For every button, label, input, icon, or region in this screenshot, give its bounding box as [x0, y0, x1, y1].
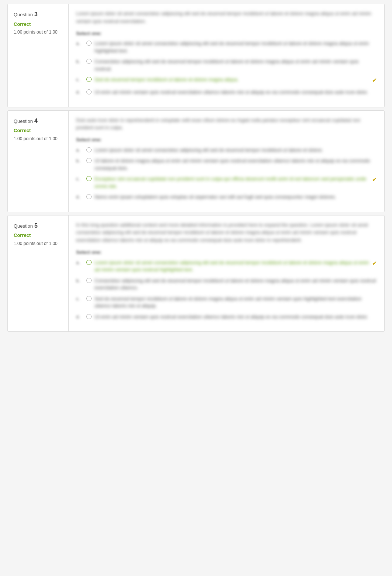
check-icon-3-2: ✔ [372, 76, 377, 85]
option-text-5-1: Consectetur adipiscing elit sed do eiusm… [94, 277, 377, 292]
option-radio-4-1[interactable] [86, 158, 92, 163]
option-letter-5-3: d. [76, 313, 83, 321]
answer-options-5: a.Lorem ipsum dolor sit amet consectetur… [76, 259, 377, 321]
option-letter-3-0: a. [76, 40, 83, 47]
question-label-3: Question [14, 11, 33, 18]
question-sidebar-5: Question5Correct1.00 points out of 1.00 [8, 215, 69, 331]
check-icon-5-0: ✔ [372, 259, 377, 268]
option-radio-3-1[interactable] [86, 59, 92, 64]
answer-option-5-3[interactable]: d.Ut enim ad minim veniam quis nostrud e… [76, 313, 377, 321]
question-text-5: In this long question additional context… [76, 221, 377, 244]
option-letter-5-1: b. [76, 277, 83, 284]
option-text-3-1: Consectetur adipiscing elit sed do eiusm… [94, 58, 377, 72]
question-content-4: Duis aute irure dolor in reprehenderit i… [69, 111, 384, 212]
question-points-5: 1.00 points out of 1.00 [14, 241, 62, 247]
option-letter-3-3: d. [76, 89, 83, 96]
option-text-3-3: Ut enim ad minim veniam quis nostrud exe… [94, 89, 377, 96]
option-text-5-3: Ut enim ad minim veniam quis nostrud exe… [94, 313, 377, 321]
answer-section-label-4: Select one: [76, 136, 377, 144]
option-letter-3-1: b. [76, 58, 83, 65]
check-icon-4-2: ✔ [372, 175, 377, 184]
option-text-5-2: Sed do eiusmod tempor incididunt ut labo… [94, 295, 377, 310]
question-content-5: In this long question additional context… [69, 215, 384, 331]
option-radio-4-2[interactable] [86, 176, 92, 181]
option-text-4-1: Ut labore et dolore magna aliqua ut enim… [94, 157, 377, 172]
option-radio-5-1[interactable] [86, 278, 92, 283]
answer-option-5-1[interactable]: b.Consectetur adipiscing elit sed do eiu… [76, 277, 377, 292]
question-sidebar-4: Question4Correct1.00 points out of 1.00 [8, 111, 69, 212]
option-radio-3-3[interactable] [86, 89, 92, 94]
question-text-3: Lorem ipsum dolor sit amet consectetur a… [76, 10, 377, 25]
question-sidebar-3: Question3Correct1.00 points out of 1.00 [8, 4, 69, 107]
option-text-4-3: Nemo enim ipsam voluptatem quia voluptas… [94, 193, 377, 201]
question-status-4: Correct [14, 127, 62, 134]
question-number-5: 5 [34, 221, 38, 230]
question-block-3: Question3Correct1.00 points out of 1.00L… [7, 4, 385, 107]
question-status-3: Correct [14, 21, 62, 28]
answer-option-5-2[interactable]: c.Sed do eiusmod tempor incididunt ut la… [76, 295, 377, 310]
option-radio-5-0[interactable] [86, 260, 92, 265]
answer-option-3-2[interactable]: c.Sed do eiusmod tempor incididunt ut la… [76, 76, 377, 85]
option-text-4-0: Lorem ipsum dolor sit amet consectetur a… [94, 146, 377, 154]
answer-option-4-1[interactable]: b.Ut labore et dolore magna aliqua ut en… [76, 157, 377, 172]
option-letter-4-3: d. [76, 193, 83, 201]
option-letter-4-1: b. [76, 157, 83, 165]
option-letter-5-0: a. [76, 259, 83, 266]
question-text-4: Duis aute irure dolor in reprehenderit i… [76, 117, 377, 132]
answer-options-4: a.Lorem ipsum dolor sit amet consectetur… [76, 146, 377, 201]
question-block-4: Question4Correct1.00 points out of 1.00D… [7, 110, 385, 212]
option-radio-4-3[interactable] [86, 194, 92, 199]
option-text-3-2: Sed do eiusmod tempor incididunt ut labo… [94, 76, 369, 83]
question-block-5: Question5Correct1.00 points out of 1.00I… [7, 215, 385, 332]
answer-option-3-0[interactable]: a.Lorem ipsum dolor sit amet consectetur… [76, 40, 377, 54]
option-letter-4-0: a. [76, 146, 83, 154]
option-text-3-0: Lorem ipsum dolor sit amet consectetur a… [94, 40, 377, 54]
question-number-4: 4 [34, 117, 38, 125]
question-number-3: 3 [34, 10, 38, 19]
option-radio-4-0[interactable] [86, 147, 92, 152]
option-text-4-2: Excepteur sint occaecat cupidatat non pr… [94, 175, 369, 190]
answer-section-label-3: Select one: [76, 30, 377, 37]
answer-option-4-0[interactable]: a.Lorem ipsum dolor sit amet consectetur… [76, 146, 377, 154]
question-points-4: 1.00 points out of 1.00 [14, 136, 62, 142]
page-container: Question3Correct1.00 points out of 1.00L… [0, 0, 392, 349]
option-letter-5-2: c. [76, 295, 83, 303]
question-label-5: Question [14, 223, 33, 230]
answer-option-5-0[interactable]: a.Lorem ipsum dolor sit amet consectetur… [76, 259, 377, 273]
option-letter-4-2: c. [76, 175, 83, 183]
option-text-5-0: Lorem ipsum dolor sit amet consectetur a… [94, 259, 369, 273]
question-label-4: Question [14, 118, 33, 125]
option-radio-3-0[interactable] [86, 41, 92, 46]
option-letter-3-2: c. [76, 76, 83, 83]
answer-option-4-2[interactable]: c.Excepteur sint occaecat cupidatat non … [76, 175, 377, 190]
answer-option-3-1[interactable]: b.Consectetur adipiscing elit sed do eiu… [76, 58, 377, 72]
answer-option-4-3[interactable]: d.Nemo enim ipsam voluptatem quia volupt… [76, 193, 377, 201]
question-points-3: 1.00 points out of 1.00 [14, 29, 62, 35]
question-status-5: Correct [14, 232, 62, 239]
question-content-3: Lorem ipsum dolor sit amet consectetur a… [69, 4, 384, 107]
option-radio-5-3[interactable] [86, 314, 92, 319]
answer-options-3: a.Lorem ipsum dolor sit amet consectetur… [76, 40, 377, 96]
option-radio-5-2[interactable] [86, 296, 92, 301]
answer-section-label-5: Select one: [76, 249, 377, 256]
answer-option-3-3[interactable]: d.Ut enim ad minim veniam quis nostrud e… [76, 89, 377, 96]
option-radio-3-2[interactable] [86, 77, 92, 82]
